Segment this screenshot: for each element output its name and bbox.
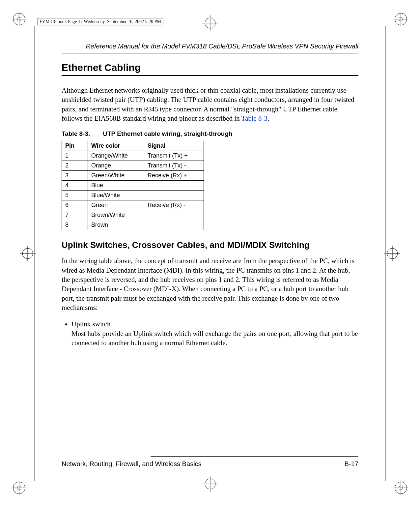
cell-pin: 6 [62,200,88,210]
heading-rule [62,75,358,76]
cell-signal: Receive (Rx) + [144,171,204,181]
subsection-heading-text: Uplink Switches, Crossover Cables, and M… [62,240,310,250]
document-header: Reference Manual for the Model FVM318 Ca… [62,43,358,53]
registration-mark-icon [384,246,400,261]
footer-rule [62,456,358,457]
intro-paragraph-text-pre: Although Ethernet networks originally us… [62,86,354,122]
registration-mark-icon [20,246,36,261]
table-row: 4Blue [62,181,204,191]
running-header-text: FVM318.book Page 17 Wednesday, September… [40,19,161,24]
page-footer: Network, Routing, Firewall, and Wireless… [62,457,358,468]
table-row: 7Brown/White [62,210,204,220]
document-header-text: Reference Manual for the Model FVM318 Ca… [86,43,358,50]
table-caption-number: Table 8-3. [62,130,101,137]
subsection-paragraph-text: In the wiring table above, the concept o… [62,257,354,312]
page-content: Reference Manual for the Model FVM318 Ca… [62,43,358,468]
section-heading-text: Ethernet Cabling [62,62,141,73]
section-heading: Ethernet Cabling [62,62,358,73]
subsection-paragraph: In the wiring table above, the concept o… [62,256,358,312]
cell-wire-color: Blue/White [88,191,144,200]
bullet-list: Uplink switch Most hubs provide an Uplin… [62,319,358,347]
wiring-table: Pin Wire color Signal 1Orange/WhiteTrans… [62,141,204,230]
cell-wire-color: Green/White [88,171,144,181]
cell-signal [144,220,204,230]
cell-signal: Receive (Rx) - [144,200,204,210]
table-reference-link[interactable]: Table 8-3 [241,114,268,122]
cell-signal [144,210,204,220]
cell-signal: Transmit (Tx) + [144,151,204,161]
intro-paragraph-text-post: . [267,114,269,122]
intro-paragraph: Although Ethernet networks originally us… [62,86,358,123]
crop-mark-icon [11,480,27,496]
table-row: 3Green/WhiteReceive (Rx) + [62,171,204,181]
bullet-heading: Uplink switch [71,319,358,329]
table-row: 1Orange/WhiteTransmit (Tx) + [62,151,204,161]
page-frame: FVM318.book Page 17 Wednesday, September… [34,26,386,481]
cell-pin: 1 [62,151,88,161]
cell-pin: 5 [62,191,88,200]
cell-wire-color: Brown/White [88,210,144,220]
subsection-heading: Uplink Switches, Crossover Cables, and M… [62,240,358,250]
cell-pin: 4 [62,181,88,191]
list-item: Uplink switch Most hubs provide an Uplin… [71,319,358,347]
table-header-pin: Pin [62,141,88,151]
crop-mark-icon [393,11,409,27]
footer-section-title: Network, Routing, Firewall, and Wireless… [62,460,202,468]
cell-wire-color: Orange [88,161,144,171]
table-header-row: Pin Wire color Signal [62,141,204,151]
bullet-body-text: Most hubs provide an Uplink switch which… [71,330,358,347]
cell-wire-color: Blue [88,181,144,191]
crop-mark-icon [11,11,27,27]
cell-wire-color: Orange/White [88,151,144,161]
cell-pin: 8 [62,220,88,230]
running-header: FVM318.book Page 17 Wednesday, September… [37,18,163,25]
table-caption: Table 8-3. UTP Ethernet cable wiring, st… [62,130,358,137]
table-row: 2OrangeTransmit (Tx) - [62,161,204,171]
table-row: 5Blue/White [62,191,204,200]
table-caption-title: UTP Ethernet cable wiring, straight-thro… [103,130,232,137]
cell-wire-color: Green [88,200,144,210]
cell-pin: 7 [62,210,88,220]
table-header-wire-color: Wire color [88,141,144,151]
footer-page-number: B-17 [345,460,358,468]
crop-mark-icon [393,480,409,496]
cell-signal [144,191,204,200]
table-row: 6GreenReceive (Rx) - [62,200,204,210]
cell-pin: 3 [62,171,88,181]
cell-wire-color: Brown [88,220,144,230]
cell-signal [144,181,204,191]
cell-pin: 2 [62,161,88,171]
table-row: 8Brown [62,220,204,230]
table-header-signal: Signal [144,141,204,151]
cell-signal: Transmit (Tx) - [144,161,204,171]
